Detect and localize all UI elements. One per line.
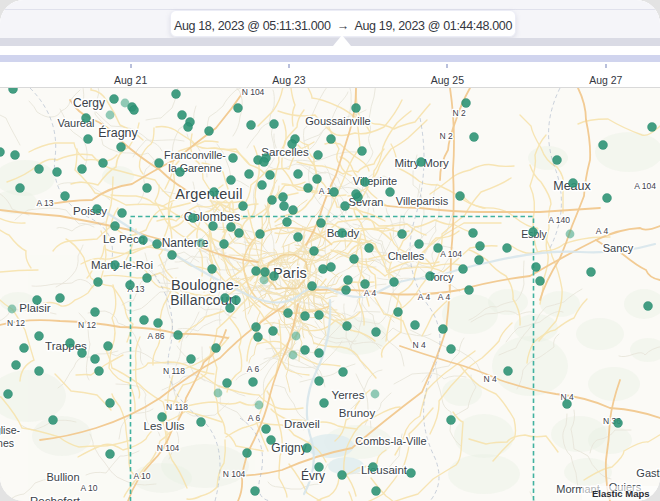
svg-text:ines: ines [0, 437, 14, 449]
svg-text:Mory: Mory [423, 157, 449, 169]
svg-text:Draveil: Draveil [284, 418, 320, 430]
svg-text:Lieusaint: Lieusaint [361, 464, 408, 476]
svg-text:A 104: A 104 [634, 181, 656, 191]
svg-text:Villepinte: Villepinte [353, 175, 397, 187]
svg-text:Rochefort: Rochefort [30, 495, 81, 501]
svg-text:Villeparisis: Villeparisis [396, 195, 449, 207]
svg-text:Chelles: Chelles [388, 250, 425, 262]
svg-text:N 2: N 2 [452, 108, 466, 118]
svg-text:Franconville-: Franconville- [164, 149, 226, 161]
svg-text:N 104: N 104 [223, 469, 246, 479]
svg-text:Elastic Maps: Elastic Maps [592, 488, 650, 499]
svg-text:Mitry: Mitry [395, 157, 420, 169]
svg-text:A 104: A 104 [440, 249, 462, 259]
svg-text:A 4: A 4 [364, 288, 377, 298]
svg-text:Boulogne-: Boulogne- [171, 277, 239, 293]
svg-text:N 12: N 12 [78, 320, 96, 330]
svg-text:Poissy: Poissy [73, 205, 107, 217]
svg-text:Brunoy: Brunoy [339, 407, 376, 419]
svg-text:A 140: A 140 [548, 215, 570, 225]
svg-text:A 6: A 6 [248, 413, 261, 423]
svg-text:N 118: N 118 [163, 366, 185, 376]
svg-text:A 6: A 6 [247, 364, 260, 374]
svg-text:Combs-la-Ville: Combs-la-Ville [355, 435, 426, 447]
svg-text:A 13: A 13 [36, 198, 53, 208]
svg-text:Cergy: Cergy [73, 96, 105, 110]
svg-text:Goussainville: Goussainville [305, 115, 370, 127]
svg-text:A 10: A 10 [80, 483, 97, 493]
svg-text:Marly-le-Roi: Marly-le-Roi [91, 259, 153, 271]
svg-text:A 10: A 10 [133, 471, 150, 481]
svg-text:Éragny: Éragny [98, 125, 138, 140]
svg-text:N 104: N 104 [157, 443, 180, 453]
svg-text:Les Ulis: Les Ulis [144, 420, 185, 432]
svg-text:N 118: N 118 [166, 402, 188, 412]
svg-text:N 2: N 2 [439, 131, 453, 141]
svg-text:A 4: A 4 [418, 292, 431, 302]
svg-text:A 4: A 4 [438, 292, 451, 302]
svg-text:église-: église- [0, 424, 20, 436]
svg-text:Yerres: Yerres [332, 389, 365, 401]
svg-text:Sancy: Sancy [603, 242, 634, 254]
svg-text:N 4: N 4 [483, 374, 497, 384]
svg-text:Bullion: Bullion [46, 471, 79, 483]
svg-text:N 104: N 104 [242, 88, 265, 97]
svg-text:Argenteuil: Argenteuil [175, 186, 242, 202]
svg-text:A 86: A 86 [147, 331, 164, 341]
svg-text:Grigny: Grigny [271, 441, 306, 455]
svg-text:N 12: N 12 [7, 318, 25, 328]
svg-text:Gastins: Gastins [636, 467, 660, 479]
svg-text:N 4: N 4 [412, 340, 426, 350]
svg-text:A 4: A 4 [596, 226, 609, 236]
